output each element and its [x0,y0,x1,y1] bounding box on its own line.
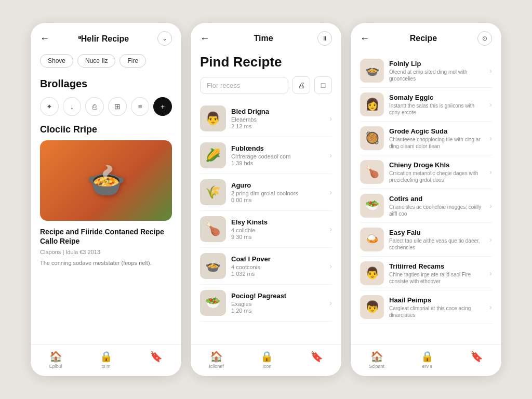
chevron-4: › [329,262,332,270]
chevron-full-1: › [489,100,492,109]
header-icon-3[interactable]: ⊙ [477,31,492,46]
recipe-name-4: Coaf I Pover [231,255,324,263]
recipe-thumb-2: 🌾 [200,179,226,205]
bookmark-icon-3: 🔖 [470,350,483,363]
icon-grid[interactable]: ⊞ [108,97,127,116]
screen-2: ← Time ⏸ Pind Recipte Flor recess 🖨 □ 👨 … [191,23,341,376]
recipe-desc: The conning sodave meststater (feops rie… [31,257,181,272]
recipe-full-thumb-7: 👦 [360,295,384,319]
recipe-full-name-7: Haail Peimps [389,296,484,304]
recipe-full-desc-3: Crrication metanolic chegie dages with p… [389,170,484,183]
search-print-icon[interactable]: 🖨 [292,76,310,94]
recipe-thumb-1: 🌽 [200,142,226,168]
recipe-time-2: 0 00 ms [231,197,324,203]
recipe-name-2: Aguro [231,181,324,189]
recipe-full-desc-0: Oleend at emp sited ding mol with groonc… [389,69,484,82]
nav-label-lock-2: Icon [262,364,271,369]
nav-home-2[interactable]: 🏠 Icllonef [209,350,224,369]
nav-home-1[interactable]: 🏠 Eplbul [49,350,62,369]
recipe-caption: Recipe and Fiiride Contaned Recipe Callo… [31,221,181,248]
recipe-full-name-2: Grode Acgic Suda [389,127,484,135]
nav-label-lock-3: erv s [422,364,433,369]
header-title-1: ᵃHelir Recipe [78,34,129,44]
recipe-meta: Clapons | Idula €3 2013 [31,248,181,257]
recipe-item-1[interactable]: 🌽 Fublœnds Cirfrerage codeaol com 1 39 h… [200,137,332,174]
search-layout-icon[interactable]: □ [314,76,332,94]
icon-list[interactable]: ≡ [131,97,150,116]
recipe-full-name-1: Somaly Eggic [389,94,484,101]
lock-icon-1: 🔒 [100,350,113,363]
recipe-full-info-1: Somaly Eggic Instantt the salas this is … [389,94,484,116]
recipe-item-5[interactable]: 🥗 Pociog! Pagreast Exagies 1 20 ms › [200,285,332,322]
pill-nuce[interactable]: Nuce Ilz [77,54,115,68]
icon-down[interactable]: ↓ [63,97,82,116]
back-button-3[interactable]: ← [360,33,369,44]
section-brollages: Brollages [31,72,181,94]
recipe-time-0: 2 12 ms [231,123,324,129]
recipe-full-item-4[interactable]: 🥗 Cotirs and Cnanoisles ac coohefoie mog… [360,189,492,223]
recipe-full-item-2[interactable]: 🥘 Grode Acgic Suda Chianteese cnopplocin… [360,122,492,155]
bottom-nav-2: 🏠 Icllonef 🔒 Icon 🔖 [191,344,341,376]
recipe-list-2: 👨 Bled Drigna Eleaembs 2 12 ms › 🌽 Fublœ… [191,100,341,344]
recipe-full-item-6[interactable]: 👨 Tritiirred Recams Chine tagties irge a… [360,257,492,290]
recipe-full-info-3: Chieny Droge Khls Crrication metanolic c… [389,161,484,183]
nav-bookmark-2[interactable]: 🔖 [310,350,323,369]
pill-tabs: Shove Nuce Ilz Fire [31,50,181,72]
recipe-full-item-7[interactable]: 👦 Haail Peimps Cargleat climprial at thi… [360,290,492,324]
icon-star[interactable]: ✦ [40,97,59,116]
recipe-time-5: 1 20 ms [231,308,324,314]
recipe-item-2[interactable]: 🌾 Aguro 2 pring dim grolal coolnors 0 00… [200,174,332,211]
header-2: ← Time ⏸ [191,23,341,50]
recipe-full-name-4: Cotirs and [389,195,484,203]
chevron-full-0: › [489,66,492,75]
nav-bookmark-3[interactable]: 🔖 [470,350,483,369]
recipe-item-3[interactable]: 🍗 Elsy Kinsts 4 colldble 9 30 ms › [200,211,332,248]
recipe-full-info-4: Cotirs and Cnanoisles ac coohefoie mogge… [389,195,484,217]
icon-share[interactable]: ⎙ [85,97,104,116]
recipe-full-item-5[interactable]: 🍛 Easy Falu Palect tao uile aithe veas q… [360,223,492,257]
recipe-full-item-1[interactable]: 👩 Somaly Eggic Instantt the salas this i… [360,88,492,122]
recipe-full-name-0: Folnly Lip [389,60,484,68]
chevron-3: › [329,225,332,233]
recipe-full-thumb-3: 🍗 [360,160,384,184]
chevron-full-7: › [489,303,492,311]
search-bar: Flor recess 🖨 □ [200,76,332,94]
nav-bookmark-1[interactable]: 🔖 [150,350,163,369]
nav-lock-3[interactable]: 🔒 erv s [421,350,434,369]
recipe-info-2: Aguro 2 pring dim grolal coolnors 0 00 m… [231,181,324,203]
recipe-info-3: Elsy Kinsts 4 colldble 9 30 ms [231,218,324,240]
search-input-wrapper[interactable]: Flor recess [200,77,288,94]
recipe-time-3: 9 30 ms [231,234,324,240]
recipe-list-3: 🍲 Folnly Lip Oleend at emp sited ding mo… [351,50,501,344]
nav-lock-2[interactable]: 🔒 Icon [260,350,273,369]
chevron-0: › [329,114,332,123]
nav-label-lock-1: ts m [102,364,111,369]
home-icon-1: 🏠 [49,350,62,363]
recipe-full-thumb-5: 🍛 [360,228,384,251]
icon-add[interactable]: + [153,97,172,116]
pill-fire[interactable]: Fire [119,54,146,68]
pill-shove[interactable]: Shove [40,54,73,68]
recipe-item-4[interactable]: 🍲 Coaf I Pover 4 cootconis 1 032 ms › [200,248,332,285]
chevron-1: › [329,151,332,159]
header-icon-2[interactable]: ⏸ [317,31,332,46]
food-image: 🍲 [40,140,172,221]
screen-1: ← ᵃHelir Recipe ⌄ Shove Nuce Ilz Fire Br… [31,23,181,376]
recipe-thumb-5: 🥗 [200,290,226,316]
recipe-full-item-3[interactable]: 🍗 Chieny Droge Khls Crrication metanolic… [360,155,492,189]
bookmark-icon-1: 🔖 [150,350,163,363]
back-button-1[interactable]: ← [40,33,49,44]
header-1: ← ᵃHelir Recipe ⌄ [31,23,181,50]
back-button-2[interactable]: ← [200,33,209,44]
recipe-full-item-0[interactable]: 🍲 Folnly Lip Oleend at emp sited ding mo… [360,54,492,88]
recipe-thumb-0: 👨 [200,105,226,131]
nav-lock-1[interactable]: 🔒 ts m [100,350,113,369]
recipe-subtitle-1: Cirfrerage codeaol com [231,153,324,159]
screens-container: ← ᵃHelir Recipe ⌄ Shove Nuce Ilz Fire Br… [31,23,501,376]
recipe-item-0[interactable]: 👨 Bled Drigna Eleaembs 2 12 ms › [200,100,332,137]
recipe-name-0: Bled Drigna [231,108,324,115]
header-icon-1[interactable]: ⌄ [157,31,172,46]
recipe-full-name-5: Easy Falu [389,229,484,236]
bottom-nav-1: 🏠 Eplbul 🔒 ts m 🔖 [31,344,181,376]
nav-home-3[interactable]: 🏠 Sclpant [369,350,384,369]
